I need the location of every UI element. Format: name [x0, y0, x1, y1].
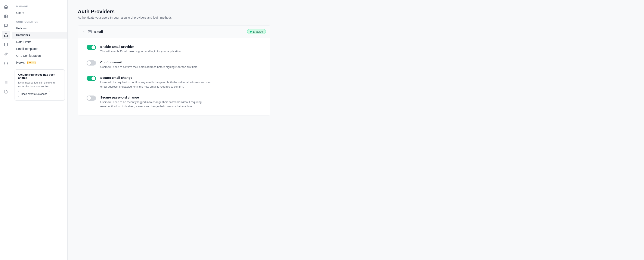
setting-confirm-email: Confirm email Users will need to confirm… [86, 60, 262, 69]
enable-email-desc: This will enable Email based signup and … [100, 49, 216, 54]
nav-storage[interactable] [2, 40, 10, 49]
nav-auth[interactable] [2, 31, 10, 39]
manage-section-label: MANAGE [12, 5, 67, 8]
provider-name: Email [94, 30, 244, 33]
toggle-knob [92, 76, 95, 80]
secure-email-change-label: Secure email change [100, 76, 262, 79]
nav-home[interactable] [2, 3, 10, 11]
email-provider-card: Email Enabled Enable Email provider This… [78, 25, 270, 115]
confirm-email-desc: Users will need to confirm their email a… [100, 65, 216, 69]
nav-item-hooks[interactable]: Hooks BETA [12, 59, 67, 66]
config-section-label: CONFIGURATION [12, 21, 67, 23]
secure-password-change-desc: Users will need to be recently logged in… [100, 100, 216, 108]
nav-functions[interactable] [2, 50, 10, 58]
svg-point-5 [4, 43, 8, 44]
main-content: Auth Providers Authenticate your users t… [68, 0, 644, 260]
provider-header: Email Enabled [78, 26, 270, 38]
toggle-knob [87, 96, 91, 100]
nav-logs[interactable] [2, 78, 10, 86]
collapse-chevron-icon[interactable] [82, 30, 85, 33]
nav-item-providers[interactable]: Providers [12, 32, 67, 39]
enable-email-toggle[interactable] [86, 45, 96, 50]
nav-insights[interactable] [2, 59, 10, 68]
nav-sidebar: MANAGE Users CONFIGURATION Policies Prov… [12, 0, 68, 260]
svg-rect-4 [4, 35, 8, 37]
secure-password-change-toggle[interactable] [86, 95, 96, 101]
secure-password-change-label: Secure password change [100, 95, 262, 99]
nav-item-rate-limits[interactable]: Rate Limits [12, 39, 67, 45]
nav-table[interactable] [2, 12, 10, 21]
nav-reports[interactable] [2, 69, 10, 77]
secure-email-change-desc: Users will be required to confirm any em… [100, 80, 216, 89]
toggle-knob [87, 61, 91, 65]
confirm-email-toggle[interactable] [86, 60, 96, 66]
icon-sidebar [0, 0, 12, 260]
info-card-body: It can now be found in the menu under th… [18, 81, 61, 88]
setting-enable-email: Enable Email provider This will enable E… [86, 45, 262, 54]
enabled-dot [250, 31, 252, 33]
info-card: Column Privileges has been shifted It ca… [14, 69, 65, 101]
provider-body: Enable Email provider This will enable E… [78, 38, 270, 115]
enabled-badge: Enabled [247, 29, 266, 34]
nav-item-email-templates[interactable]: Email Templates [12, 45, 67, 52]
nav-item-users[interactable]: Users [12, 10, 67, 16]
page-title: Auth Providers [78, 9, 634, 15]
setting-secure-password-change: Secure password change Users will need t… [86, 95, 262, 108]
nav-docs[interactable] [2, 87, 10, 96]
enabled-label: Enabled [253, 30, 263, 33]
hooks-badge: BETA [27, 61, 36, 64]
nav-item-policies[interactable]: Policies [12, 25, 67, 32]
enable-email-label: Enable Email provider [100, 45, 262, 48]
head-over-to-database-button[interactable]: Head over to Database [18, 91, 50, 97]
email-icon [88, 30, 92, 34]
secure-email-change-toggle[interactable] [86, 76, 96, 81]
toggle-knob [92, 45, 95, 49]
info-card-title: Column Privileges has been shifted [18, 73, 61, 79]
setting-secure-email-change: Secure email change Users will be requir… [86, 76, 262, 89]
nav-editor[interactable] [2, 22, 10, 30]
svg-rect-0 [4, 15, 8, 18]
nav-item-url-config[interactable]: URL Configuration [12, 52, 67, 59]
page-subtitle: Authenticate your users through a suite … [78, 16, 634, 19]
confirm-email-label: Confirm email [100, 60, 262, 64]
